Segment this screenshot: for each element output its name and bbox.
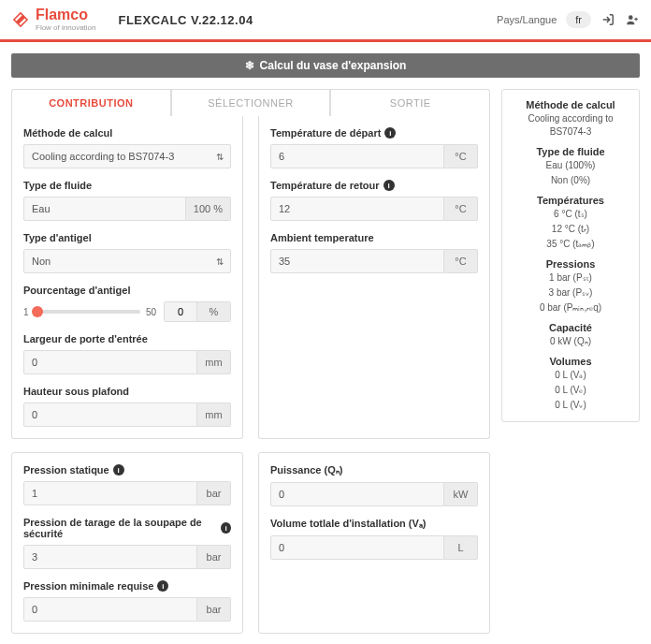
door-input[interactable]	[23, 350, 197, 374]
section-title-bar: ❄Calcul du vase d'expansion	[11, 53, 640, 78]
brand-name: Flamco	[36, 7, 95, 22]
info-icon[interactable]: i	[113, 464, 124, 476]
ceil-label: Hauteur sous plafond	[23, 386, 231, 397]
pmin-label: Pression minimale requisei	[23, 580, 231, 592]
fluid-unit: 100 %	[186, 197, 231, 221]
svg-point-2	[629, 15, 633, 20]
top-bar: FlamcoFlow of innovation FLEXCALC V.22.1…	[0, 0, 651, 42]
antifreeze-label: Type d'antigel	[23, 232, 231, 243]
pct-slider[interactable]	[35, 310, 140, 314]
user-add-icon[interactable]	[625, 12, 640, 27]
tab-contribution[interactable]: CONTRIBUTION	[11, 89, 171, 116]
door-label: Largeur de porte d'entrée	[23, 333, 231, 344]
method-label: Méthode de calcul	[23, 127, 231, 139]
psv-input[interactable]	[23, 545, 197, 569]
tret-input[interactable]	[270, 197, 444, 221]
antifreeze-select[interactable]: Non	[23, 249, 231, 273]
pst-input[interactable]	[23, 481, 197, 505]
pmin-input[interactable]	[23, 597, 197, 622]
snowflake-icon: ❄	[245, 59, 254, 72]
info-icon[interactable]: i	[221, 522, 231, 534]
lang-label: Pays/Langue	[497, 14, 557, 25]
brand-tagline: Flow of innovation	[36, 24, 95, 32]
pct-value[interactable]	[165, 302, 196, 321]
app-title: FLEXCALC V.22.12.04	[118, 13, 253, 27]
logo-icon	[11, 10, 30, 29]
summary-panel: Méthode de calculCooling according to BS…	[501, 89, 640, 422]
method-select[interactable]: Cooling according to BS7074-3	[23, 144, 231, 168]
tflow-input[interactable]	[270, 144, 444, 168]
fluid-label: Type de fluide	[23, 180, 231, 191]
info-icon[interactable]: i	[384, 127, 396, 139]
psv-label: Pression de tarage de la soupape de sécu…	[23, 517, 231, 539]
login-icon[interactable]	[600, 12, 615, 27]
lang-button[interactable]: fr	[566, 11, 591, 28]
pct-label: Pourcentage d'antigel	[23, 285, 231, 296]
tab-select[interactable]: SÉLECTIONNER	[171, 89, 331, 116]
slider-thumb[interactable]	[32, 306, 43, 317]
va-label: Volume totlale d'installation (Vₐ)	[270, 518, 478, 530]
tret-label: Température de retouri	[270, 180, 478, 191]
tamb-input[interactable]	[270, 249, 444, 273]
pst-label: Pression statiquei	[23, 464, 231, 476]
va-input[interactable]	[270, 535, 444, 560]
brand-logo: FlamcoFlow of innovation	[11, 7, 95, 32]
tamb-label: Ambient temperature	[270, 232, 478, 243]
tflow-label: Température de départi	[270, 127, 478, 139]
qn-input[interactable]	[270, 482, 444, 506]
fluid-input[interactable]	[23, 197, 186, 221]
info-icon[interactable]: i	[383, 180, 395, 191]
info-icon[interactable]: i	[157, 580, 168, 592]
tab-output[interactable]: SORTIE	[330, 89, 490, 116]
ceil-input[interactable]	[23, 402, 197, 427]
wizard-tabs: CONTRIBUTION SÉLECTIONNER SORTIE	[11, 89, 490, 116]
qn-label: Puissance (Qₙ)	[270, 464, 478, 476]
